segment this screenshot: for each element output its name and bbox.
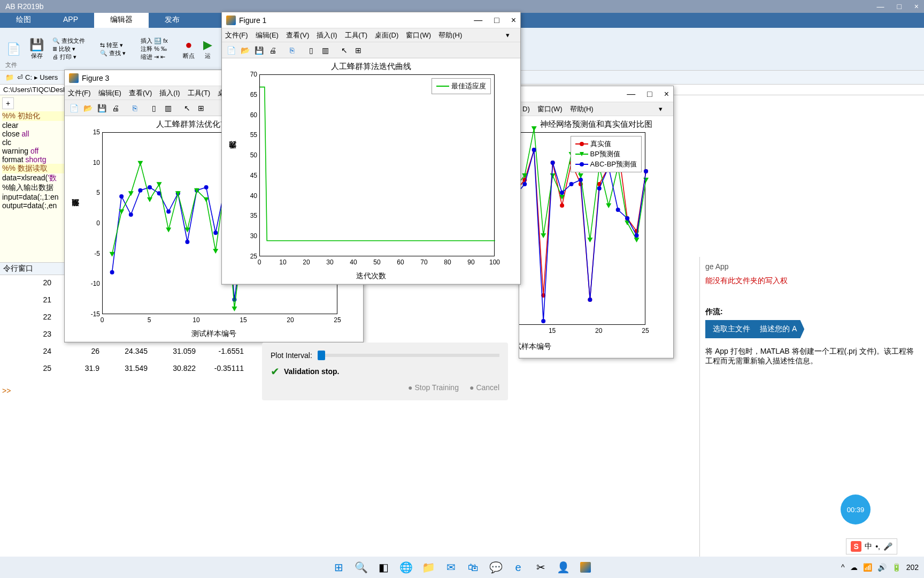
link-icon[interactable]: ⎘	[129, 102, 141, 114]
goto-item[interactable]: ⇆ 转至 ▾	[100, 41, 123, 49]
breakpoint-group[interactable]: ● 断点	[183, 38, 195, 60]
open-icon[interactable]: 📂	[82, 102, 94, 114]
menu-view[interactable]: 查看(V)	[286, 31, 309, 40]
fig4-close[interactable]: ×	[664, 89, 669, 98]
fig1-plot-title: 人工蜂群算法迭代曲线	[222, 58, 520, 75]
save-group[interactable]: 💾 保存	[29, 38, 44, 60]
slider-thumb[interactable]	[318, 351, 325, 360]
layout1-icon[interactable]: ▯	[305, 44, 317, 56]
fig1-titlebar[interactable]: Figure 1 — □ ×	[222, 12, 520, 28]
ribbon-tab-editor[interactable]: 编辑器	[94, 13, 149, 28]
edge-icon[interactable]: 🌐	[398, 560, 413, 575]
svg-point-2	[129, 212, 133, 217]
menu-desktop[interactable]: 桌面(D)	[375, 31, 398, 40]
cmd-prompt[interactable]: >>	[0, 384, 267, 397]
cancel-button[interactable]: Cancel	[469, 383, 499, 392]
tray-cloud-icon[interactable]: ☁	[850, 563, 858, 572]
comment-item[interactable]: 注释 % ‰	[141, 45, 167, 53]
menu-edit[interactable]: 编辑(E)	[98, 88, 121, 98]
print-item[interactable]: 🖨 打印 ▾	[52, 53, 76, 61]
ie-icon[interactable]: e	[511, 560, 526, 575]
start-button[interactable]: ⊞	[331, 560, 346, 575]
interval-slider[interactable]	[318, 354, 499, 357]
new-icon[interactable]: 📄	[225, 44, 237, 56]
menu-file[interactable]: 文件(F)	[68, 88, 91, 98]
indent-item[interactable]: 缩进 ⇥ ⇤	[141, 53, 165, 61]
fig4-titlebar[interactable]: — □ ×	[519, 86, 673, 102]
menu-file[interactable]: 文件(F)	[225, 31, 248, 40]
menu-tools[interactable]: 工具(T)	[345, 31, 368, 40]
new-icon[interactable]: 📄	[68, 102, 80, 114]
dropdown-icon[interactable]: ▾	[506, 31, 510, 39]
layout2-icon[interactable]: ▥	[162, 102, 174, 114]
print-icon[interactable]: 🖨	[110, 102, 121, 114]
fig1-max[interactable]: □	[494, 16, 499, 25]
run-icon: ▶	[203, 38, 212, 52]
explorer-icon[interactable]: 📁	[421, 560, 436, 575]
tray-wifi-icon[interactable]: 📶	[863, 563, 872, 572]
figure-4-window[interactable]: — □ × D) 窗口(W) 帮助(H) ▾ 神经网络预测值和真实值对比图 真实…	[519, 86, 674, 359]
findfile-item[interactable]: 🔍 查找文件	[52, 37, 85, 45]
menu-view[interactable]: 查看(V)	[129, 88, 152, 98]
ribbon-tab-app[interactable]: APP	[47, 13, 94, 28]
tray-volume-icon[interactable]: 🔊	[877, 563, 887, 572]
maximize-button[interactable]: □	[897, 2, 901, 11]
search-button[interactable]: 🔍	[353, 560, 368, 575]
step-describe[interactable]: 描述您的 A	[752, 320, 804, 338]
ime-mic-icon[interactable]: 🎤	[883, 542, 892, 551]
editor-tab-add[interactable]: +	[2, 97, 14, 109]
taskview-button[interactable]: ◧	[376, 560, 391, 575]
save-icon[interactable]: 💾	[96, 102, 107, 114]
pointer-icon[interactable]: ↖	[338, 44, 350, 56]
ime-punct[interactable]: •,	[875, 542, 880, 551]
insert-icon[interactable]: ⊞	[195, 102, 207, 114]
store-icon[interactable]: 🛍	[466, 560, 481, 575]
figure-1-window[interactable]: Figure 1 — □ × 文件(F) 编辑(E) 查看(V) 插入(I) 工…	[221, 12, 521, 285]
ribbon-tab-publish[interactable]: 发布	[149, 13, 196, 28]
ime-mode[interactable]: 中	[865, 542, 872, 551]
insert-icon[interactable]: ⊞	[352, 44, 364, 56]
menu-tools[interactable]: 工具(T)	[188, 88, 211, 98]
ribbon-tab-plot[interactable]: 绘图	[0, 13, 47, 28]
ime-bar[interactable]: S 中 •, 🎤	[846, 538, 897, 554]
fig4-max[interactable]: □	[647, 89, 652, 98]
mail-icon[interactable]: ✉	[443, 560, 458, 575]
close-button[interactable]: ×	[914, 2, 919, 11]
tray-time[interactable]: 202	[906, 563, 919, 572]
stop-training-button[interactable]: Stop Training	[408, 383, 459, 392]
fig1-min[interactable]: —	[474, 16, 482, 25]
fig1-close[interactable]: ×	[511, 16, 516, 25]
tray-battery-icon[interactable]: 🔋	[892, 563, 901, 572]
snip-icon[interactable]: ✂	[533, 560, 548, 575]
switch-icon[interactable]: 👤	[556, 560, 571, 575]
print-icon[interactable]: 🖨	[267, 44, 279, 56]
tray-chevron[interactable]: ^	[841, 563, 845, 572]
svg-point-44	[569, 182, 573, 186]
insert-item[interactable]: 插入 🔜 fx	[141, 37, 168, 45]
menu-insert[interactable]: 插入(I)	[317, 31, 337, 40]
menu-window[interactable]: 窗口(W)	[406, 31, 431, 40]
menu-help[interactable]: 帮助(H)	[438, 31, 462, 40]
pointer-icon[interactable]: ↖	[181, 102, 193, 114]
layout1-icon[interactable]: ▯	[148, 102, 160, 114]
run-group[interactable]: ▶ 运	[203, 38, 212, 60]
newfile-icon[interactable]: 📄	[6, 42, 21, 56]
menu-edit[interactable]: 编辑(E)	[256, 31, 279, 40]
menu-insert[interactable]: 插入(I)	[159, 88, 180, 98]
minimize-button[interactable]: —	[877, 2, 884, 11]
layout2-icon[interactable]: ▥	[319, 44, 331, 56]
compare-item[interactable]: ≣ 比较 ▾	[52, 45, 75, 53]
wechat-icon[interactable]: 💬	[488, 560, 503, 575]
open-icon[interactable]: 📂	[239, 44, 251, 56]
menu-help[interactable]: 帮助(H)	[570, 104, 594, 114]
step-select-file[interactable]: 选取主文件	[705, 320, 758, 338]
menu-window[interactable]: 窗口(W)	[537, 104, 563, 114]
link-icon[interactable]: ⎘	[286, 44, 298, 56]
fig4-min[interactable]: —	[627, 89, 635, 98]
save-icon[interactable]: 💾	[253, 44, 265, 56]
menu-d[interactable]: D)	[522, 105, 530, 113]
matlab-icon[interactable]	[578, 560, 593, 575]
dropdown-icon[interactable]: ▾	[659, 105, 663, 113]
up-icon[interactable]: ⏎	[17, 73, 23, 81]
find-item[interactable]: 🔍 查找 ▾	[100, 49, 126, 57]
